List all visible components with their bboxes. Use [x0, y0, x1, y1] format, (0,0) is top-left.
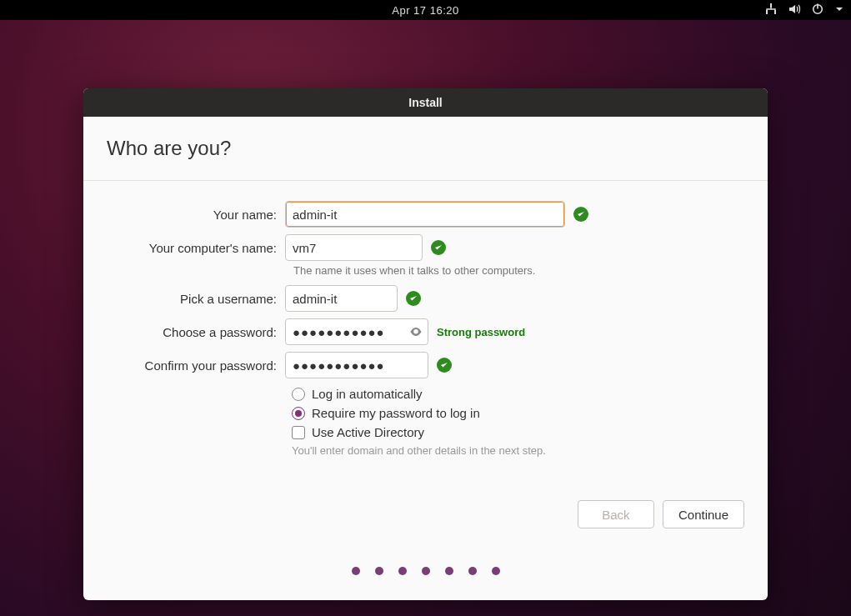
checkbox-label: Use Active Directory	[312, 425, 424, 439]
radio-icon	[292, 407, 305, 420]
progress-dot	[375, 567, 383, 575]
check-icon	[406, 291, 421, 306]
radio-require-password[interactable]: Require my password to log in	[292, 406, 744, 420]
progress-dot	[445, 567, 453, 575]
your-name-input[interactable]	[285, 201, 565, 228]
check-icon	[573, 207, 588, 222]
window-titlebar: Install	[83, 88, 768, 117]
progress-dot	[352, 567, 360, 575]
chevron-down-icon[interactable]	[834, 4, 844, 17]
power-icon[interactable]	[811, 3, 824, 18]
continue-button[interactable]: Continue	[663, 500, 744, 528]
computer-name-hint: The name it uses when it talks to other …	[293, 264, 744, 277]
back-button[interactable]: Back	[578, 500, 654, 528]
system-tray[interactable]	[764, 0, 844, 20]
radio-label: Require my password to log in	[312, 406, 480, 420]
gnome-top-bar: Apr 17 16:20	[0, 0, 851, 20]
password-input[interactable]	[285, 318, 428, 345]
progress-dot	[422, 567, 430, 575]
progress-dot	[398, 567, 407, 575]
computer-name-label: Your computer's name:	[107, 241, 285, 255]
window-title: Install	[408, 96, 442, 109]
installer-window: Install Who are you? Your name: Your com…	[83, 88, 768, 600]
confirm-password-label: Confirm your password:	[107, 358, 285, 373]
radio-icon	[292, 388, 305, 401]
radio-auto-login[interactable]: Log in automatically	[292, 387, 744, 401]
password-strength: Strong password	[437, 326, 525, 338]
password-label: Choose a password:	[107, 325, 285, 339]
checkbox-icon	[292, 426, 305, 439]
clock: Apr 17 16:20	[392, 4, 458, 17]
progress-dot	[468, 567, 477, 575]
check-icon	[431, 240, 446, 255]
divider	[83, 180, 768, 181]
your-name-label: Your name:	[107, 208, 285, 222]
svg-rect-4	[817, 3, 818, 8]
confirm-password-input[interactable]	[285, 352, 428, 378]
active-directory-hint: You'll enter domain and other details in…	[292, 444, 744, 457]
user-form: Your name: Your computer's name: The nam…	[107, 201, 744, 457]
radio-label: Log in automatically	[312, 387, 423, 401]
page-heading: Who are you?	[107, 137, 744, 160]
volume-icon[interactable]	[788, 3, 801, 18]
eye-icon[interactable]	[408, 324, 423, 339]
progress-dots	[83, 567, 768, 575]
username-label: Pick a username:	[107, 292, 285, 306]
network-icon[interactable]	[764, 3, 778, 18]
computer-name-input[interactable]	[285, 234, 423, 261]
username-input[interactable]	[285, 285, 398, 312]
checkbox-active-directory[interactable]: Use Active Directory	[292, 425, 744, 439]
check-icon	[437, 358, 452, 373]
progress-dot	[492, 567, 500, 575]
